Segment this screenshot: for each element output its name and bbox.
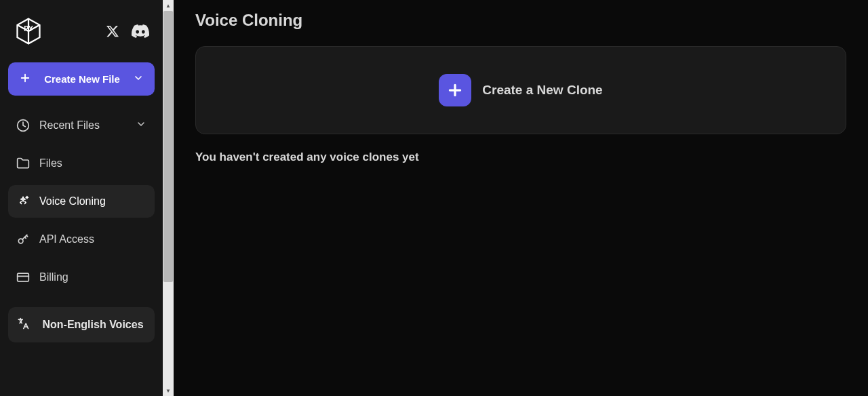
svg-line-7 [25,237,26,239]
sidebar-item-label: Voice Cloning [39,195,146,207]
svg-rect-8 [18,273,29,281]
folder-icon [16,157,30,170]
non-english-label: Non-English Voices [39,318,146,332]
sidebar-header: PY [8,14,155,57]
scrollbar-thumb[interactable] [163,11,173,282]
scrollbar[interactable]: ▲ ▼ [163,0,174,396]
sidebar: PY Create New File [0,0,163,396]
credit-card-icon [16,271,30,284]
scroll-up-arrow[interactable]: ▲ [163,0,174,11]
create-button-label: Create New File [38,73,126,86]
x-twitter-icon[interactable] [106,24,119,38]
chevron-down-icon [133,73,144,85]
create-new-file-button[interactable]: Create New File [8,62,155,96]
discord-icon[interactable] [132,22,149,40]
clock-icon [16,119,30,132]
sidebar-item-label: API Access [39,233,146,245]
sparkles-icon [16,195,30,208]
create-clone-label: Create a New Clone [482,83,602,98]
create-new-clone-button[interactable]: Create a New Clone [195,46,846,134]
chevron-down-icon [136,119,146,132]
sidebar-item-files[interactable]: Files [8,147,155,180]
sidebar-item-api-access[interactable]: API Access [8,223,155,256]
sidebar-item-voice-cloning[interactable]: Voice Cloning [8,185,155,218]
plus-icon [19,72,31,86]
app-logo[interactable]: PY [14,16,43,46]
scroll-down-arrow[interactable]: ▼ [163,385,174,396]
sidebar-item-recent-files[interactable]: Recent Files [8,109,155,142]
social-links [106,22,149,40]
sidebar-item-billing[interactable]: Billing [8,261,155,294]
svg-text:PY: PY [24,25,33,33]
non-english-voices-button[interactable]: Non-English Voices [8,307,155,342]
page-title: Voice Cloning [195,11,846,30]
main-content: Voice Cloning Create a New Clone You hav… [174,0,868,396]
sidebar-item-label: Files [39,157,146,170]
key-icon [16,233,30,246]
sidebar-item-label: Recent Files [39,119,126,132]
translate-icon [16,317,30,333]
empty-state-message: You haven't created any voice clones yet [195,151,846,164]
svg-line-6 [26,235,28,237]
sidebar-item-label: Billing [39,271,146,283]
plus-icon-box [439,74,471,106]
